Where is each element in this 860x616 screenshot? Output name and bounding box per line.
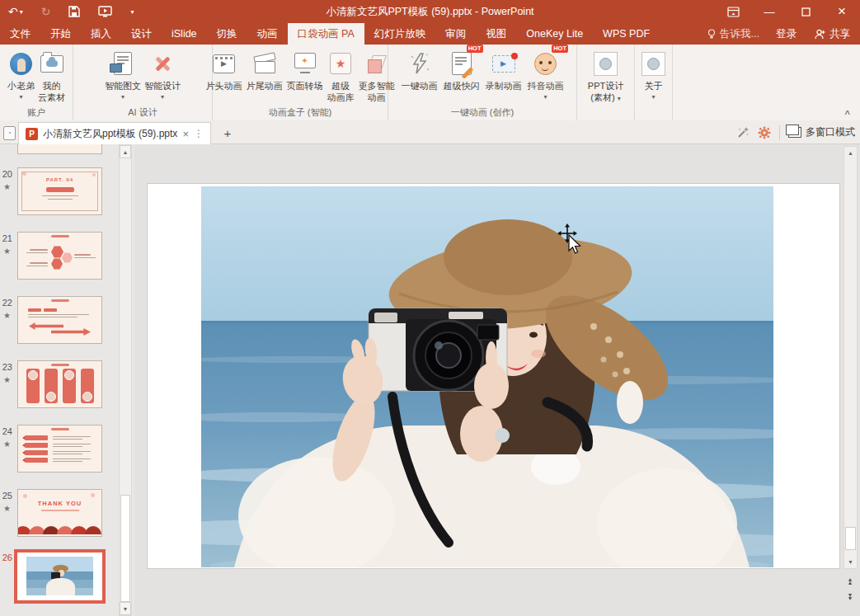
about-icon	[641, 52, 665, 76]
window-controls: — ×	[715, 0, 860, 23]
document-tab[interactable]: P 小清新文艺风ppt模板 (59).pptx × ⋮	[18, 122, 211, 144]
animation-star-icon[interactable]: ★	[3, 182, 11, 191]
super-flash-button[interactable]: HOT 超级快闪	[442, 47, 482, 106]
slide-photo[interactable]	[201, 186, 773, 567]
outro-animation-button[interactable]: 片尾动画	[245, 47, 284, 106]
slide-thumbnail-19-partial[interactable]	[17, 144, 102, 154]
scroll-up-icon[interactable]: ▲	[120, 145, 131, 158]
button-label: 关于	[645, 80, 663, 92]
maximize-icon	[801, 7, 811, 16]
tab-home[interactable]: 开始	[40, 23, 81, 45]
close-tab-icon[interactable]: ×	[182, 129, 189, 139]
collapse-ribbon-button[interactable]: ^	[845, 109, 850, 119]
group-label-ai-design: AI 设计	[73, 106, 212, 120]
slide-thumbnail-24[interactable]	[17, 425, 102, 473]
button-label: 云素材	[38, 92, 65, 103]
tell-me-box[interactable]: 告诉我...	[699, 23, 768, 45]
slide-page[interactable]	[147, 183, 840, 569]
my-cloud-assets-button[interactable]: 我的 云素材	[36, 47, 67, 106]
close-button[interactable]: ×	[824, 0, 860, 23]
slide-thumbnail-20[interactable]: PART. 04	[17, 167, 102, 215]
scroll-down-icon[interactable]: ▼	[844, 556, 857, 568]
smart-graphics-button[interactable]: 智能图文 ▾	[103, 47, 143, 106]
next-slide-button[interactable]: ▼▼	[845, 592, 855, 602]
animation-star-icon[interactable]: ★	[3, 375, 11, 384]
intro-animation-button[interactable]: ▶ 片头动画	[204, 47, 244, 106]
minimize-button[interactable]: —	[751, 0, 787, 23]
tab-pocket-animation[interactable]: 口袋动画 PA	[288, 23, 364, 45]
slide-thumbnail-26-selected[interactable]	[14, 549, 106, 604]
gear-icon[interactable]	[758, 126, 771, 139]
xiaolaodi-button[interactable]: 小老弟 ▾	[6, 47, 36, 106]
about-button[interactable]: 关于 ▾	[640, 47, 667, 106]
tab-islide[interactable]: iSlide	[162, 23, 207, 45]
animation-star-icon[interactable]: ★	[3, 247, 11, 256]
chevron-down-icon: ▾	[651, 92, 655, 103]
share-person-icon	[815, 29, 825, 40]
avatar-icon	[10, 53, 32, 75]
slide-thumbnail-22[interactable]	[17, 296, 102, 344]
recent-documents-icon[interactable]: ◔	[3, 126, 16, 140]
tab-animations[interactable]: 动画	[247, 23, 288, 45]
slide-editing-area[interactable]: ▲ ▼ ▲▲ ▼▼	[134, 144, 860, 616]
thumbnail-scrollbar[interactable]: ▲ ▼	[119, 144, 132, 616]
chevron-down-icon: ▾	[121, 92, 125, 103]
canvas-scrollbar[interactable]: ▲ ▼	[844, 146, 858, 569]
ribbon-group-ppt-design: PPT设计 (素材) ▾	[577, 45, 635, 120]
more-smart-animation-icon	[366, 53, 388, 74]
maximize-button[interactable]	[787, 0, 824, 23]
tab-insert[interactable]: 插入	[81, 23, 121, 45]
new-tab-button[interactable]: +	[219, 125, 236, 141]
slide-thumbnail-21[interactable]	[17, 232, 102, 280]
button-label: 录制动画	[486, 80, 522, 92]
share-button[interactable]: 共享	[805, 23, 860, 45]
animation-star-icon[interactable]: ★	[3, 504, 11, 513]
animation-star-icon[interactable]: ★	[3, 440, 11, 449]
beach-portrait-photo	[201, 186, 773, 567]
scrollbar-thumb[interactable]	[120, 495, 130, 602]
group-label-account: 账户	[0, 106, 73, 120]
record-animation-button[interactable]: ▶ 录制动画	[484, 47, 524, 106]
lightning-icon	[410, 52, 430, 75]
tab-wps-pdf[interactable]: WPS PDF	[593, 23, 660, 45]
scroll-up-icon[interactable]: ▲	[844, 147, 857, 159]
douyin-animation-button[interactable]: HOT 抖音动画 ▾	[526, 47, 566, 106]
tab-more-icon[interactable]: ⋮	[194, 128, 204, 139]
slide-thumbnail-23[interactable]	[17, 360, 102, 408]
smart-graphics-icon	[114, 52, 132, 75]
tab-design[interactable]: 设计	[121, 23, 162, 45]
multi-window-mode-button[interactable]: 多窗口模式	[788, 125, 855, 139]
smart-design-button[interactable]: 智能设计 ▾	[143, 47, 182, 106]
chevron-down-icon: ▾	[19, 92, 22, 103]
magic-wand-icon[interactable]	[736, 126, 750, 139]
page-transition-button[interactable]: ✦ 页面转场	[285, 47, 325, 106]
one-key-animation-button[interactable]: 一键动画	[400, 47, 439, 106]
chevron-down-icon: ▾	[161, 92, 164, 103]
tab-file[interactable]: 文件	[0, 23, 40, 45]
scroll-down-icon[interactable]: ▼	[120, 602, 131, 615]
ribbon-group-ai-design: 智能图文 ▾ 智能设计 ▾ AI 设计	[73, 45, 213, 120]
button-label: 我的	[43, 80, 61, 92]
cloud-folder-icon	[40, 55, 63, 73]
scrollbar-thumb[interactable]	[845, 527, 856, 550]
super-flash-icon	[452, 52, 472, 75]
tab-view[interactable]: 视图	[476, 23, 516, 45]
tab-transitions[interactable]: 切换	[207, 23, 247, 45]
ribbon-display-options-button[interactable]	[715, 0, 751, 23]
group-label-ppt-design	[577, 106, 634, 120]
hot-badge: HOT	[467, 45, 483, 53]
tab-slideshow[interactable]: 幻灯片放映	[364, 23, 436, 45]
button-label: 页面转场	[287, 80, 323, 92]
slide-thumbnail-25[interactable]: THANK YOU	[17, 489, 102, 537]
chevron-down-icon: ▾	[543, 92, 547, 103]
tab-review[interactable]: 审阅	[435, 23, 476, 45]
ppt-design-assets-button[interactable]: PPT设计 (素材) ▾	[586, 47, 625, 106]
super-animation-library-button[interactable]: ★ 超级 动画库	[326, 47, 356, 106]
button-label: (素材)	[590, 92, 614, 102]
previous-slide-button[interactable]: ▲▲	[845, 576, 855, 586]
tab-bar-tools: 多窗口模式	[736, 122, 855, 143]
super-animation-library-icon: ★	[330, 53, 351, 74]
tab-onekey-lite[interactable]: OneKey Lite	[516, 23, 593, 45]
sign-in-button[interactable]: 登录	[768, 23, 805, 45]
animation-star-icon[interactable]: ★	[3, 311, 11, 320]
